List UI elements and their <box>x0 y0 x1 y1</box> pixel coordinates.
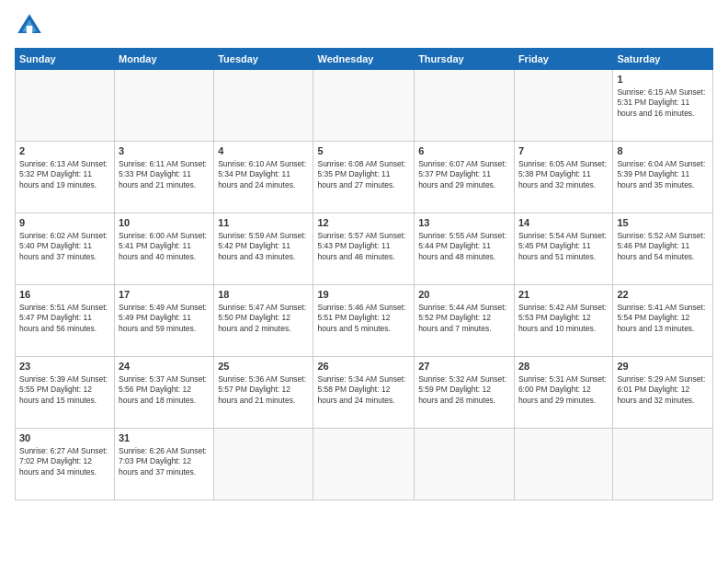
day-number: 27 <box>418 360 510 373</box>
day-cell: 4Sunrise: 6:10 AM Sunset: 5:34 PM Daylig… <box>214 142 313 213</box>
day-cell: 6Sunrise: 6:07 AM Sunset: 5:37 PM Daylig… <box>415 142 515 213</box>
day-cell: 12Sunrise: 5:57 AM Sunset: 5:43 PM Dayli… <box>313 213 415 285</box>
day-info: Sunrise: 5:57 AM Sunset: 5:43 PM Dayligh… <box>317 231 410 262</box>
day-number: 7 <box>518 144 609 158</box>
day-info: Sunrise: 5:31 AM Sunset: 6:00 PM Dayligh… <box>518 374 609 406</box>
day-info: Sunrise: 5:41 AM Sunset: 5:54 PM Dayligh… <box>617 303 709 334</box>
day-number: 10 <box>119 216 210 230</box>
week-row: 9Sunrise: 6:02 AM Sunset: 5:40 PM Daylig… <box>16 213 713 285</box>
day-cell: 11Sunrise: 5:59 AM Sunset: 5:42 PM Dayli… <box>214 213 313 285</box>
day-number: 20 <box>418 288 510 302</box>
day-number: 9 <box>19 216 110 230</box>
calendar: SundayMondayTuesdayWednesdayThursdayFrid… <box>15 48 713 500</box>
day-number: 18 <box>218 288 309 302</box>
day-number: 26 <box>317 360 410 373</box>
day-number: 23 <box>19 360 110 373</box>
day-cell: 25Sunrise: 5:36 AM Sunset: 5:57 PM Dayli… <box>214 357 313 429</box>
day-cell: 3Sunrise: 6:11 AM Sunset: 5:33 PM Daylig… <box>115 142 214 213</box>
day-info: Sunrise: 6:04 AM Sunset: 5:39 PM Dayligh… <box>617 159 709 190</box>
day-cell: 13Sunrise: 5:55 AM Sunset: 5:44 PM Dayli… <box>415 213 515 285</box>
day-cell: 18Sunrise: 5:47 AM Sunset: 5:50 PM Dayli… <box>214 285 313 357</box>
day-cell <box>115 70 214 142</box>
day-number: 17 <box>119 288 210 302</box>
day-cell <box>514 429 612 500</box>
calendar-header: SundayMondayTuesdayWednesdayThursdayFrid… <box>16 49 713 70</box>
day-number: 12 <box>317 216 410 230</box>
day-cell: 23Sunrise: 5:39 AM Sunset: 5:55 PM Dayli… <box>16 357 115 429</box>
day-number: 31 <box>119 431 210 445</box>
page: SundayMondayTuesdayWednesdayThursdayFrid… <box>0 0 728 563</box>
day-info: Sunrise: 5:54 AM Sunset: 5:45 PM Dayligh… <box>518 231 609 262</box>
day-cell: 19Sunrise: 5:46 AM Sunset: 5:51 PM Dayli… <box>313 285 415 357</box>
day-cell <box>415 70 515 142</box>
day-number: 16 <box>19 288 110 302</box>
day-number: 2 <box>19 144 110 158</box>
day-info: Sunrise: 6:26 AM Sunset: 7:03 PM Dayligh… <box>119 446 210 477</box>
week-row: 23Sunrise: 5:39 AM Sunset: 5:55 PM Dayli… <box>16 357 713 429</box>
day-cell <box>415 429 515 500</box>
day-number: 13 <box>418 216 510 230</box>
day-info: Sunrise: 6:15 AM Sunset: 5:31 PM Dayligh… <box>617 87 709 119</box>
day-info: Sunrise: 5:55 AM Sunset: 5:44 PM Dayligh… <box>418 231 510 262</box>
day-cell <box>214 429 313 500</box>
weekday-header-sunday: Sunday <box>16 49 115 70</box>
day-info: Sunrise: 5:52 AM Sunset: 5:46 PM Dayligh… <box>617 231 709 262</box>
logo-icon <box>15 11 44 40</box>
day-cell <box>313 429 415 500</box>
svg-rect-2 <box>27 26 32 33</box>
day-number: 5 <box>317 144 410 158</box>
day-cell: 2Sunrise: 6:13 AM Sunset: 5:32 PM Daylig… <box>16 142 115 213</box>
day-info: Sunrise: 6:05 AM Sunset: 5:38 PM Dayligh… <box>518 159 609 190</box>
day-info: Sunrise: 6:10 AM Sunset: 5:34 PM Dayligh… <box>218 159 309 190</box>
day-cell: 31Sunrise: 6:26 AM Sunset: 7:03 PM Dayli… <box>115 429 214 500</box>
day-info: Sunrise: 5:59 AM Sunset: 5:42 PM Dayligh… <box>218 231 309 262</box>
day-cell: 26Sunrise: 5:34 AM Sunset: 5:58 PM Dayli… <box>313 357 415 429</box>
day-cell <box>514 70 612 142</box>
day-cell: 16Sunrise: 5:51 AM Sunset: 5:47 PM Dayli… <box>16 285 115 357</box>
day-cell: 9Sunrise: 6:02 AM Sunset: 5:40 PM Daylig… <box>16 213 115 285</box>
day-info: Sunrise: 6:02 AM Sunset: 5:40 PM Dayligh… <box>19 231 110 262</box>
day-number: 29 <box>617 360 709 373</box>
day-cell: 24Sunrise: 5:37 AM Sunset: 5:56 PM Dayli… <box>115 357 214 429</box>
weekday-row: SundayMondayTuesdayWednesdayThursdayFrid… <box>16 49 713 70</box>
day-number: 8 <box>617 144 709 158</box>
day-cell: 7Sunrise: 6:05 AM Sunset: 5:38 PM Daylig… <box>514 142 612 213</box>
day-number: 19 <box>317 288 410 302</box>
day-info: Sunrise: 6:11 AM Sunset: 5:33 PM Dayligh… <box>119 159 210 190</box>
day-number: 22 <box>617 288 709 302</box>
day-cell: 8Sunrise: 6:04 AM Sunset: 5:39 PM Daylig… <box>613 142 713 213</box>
day-cell: 27Sunrise: 5:32 AM Sunset: 5:59 PM Dayli… <box>415 357 515 429</box>
day-number: 21 <box>518 288 609 302</box>
week-row: 1Sunrise: 6:15 AM Sunset: 5:31 PM Daylig… <box>16 70 713 142</box>
day-number: 6 <box>418 144 510 158</box>
day-info: Sunrise: 6:07 AM Sunset: 5:37 PM Dayligh… <box>418 159 510 190</box>
day-cell: 22Sunrise: 5:41 AM Sunset: 5:54 PM Dayli… <box>613 285 713 357</box>
day-info: Sunrise: 5:47 AM Sunset: 5:50 PM Dayligh… <box>218 303 309 334</box>
day-cell: 14Sunrise: 5:54 AM Sunset: 5:45 PM Dayli… <box>514 213 612 285</box>
day-cell: 29Sunrise: 5:29 AM Sunset: 6:01 PM Dayli… <box>613 357 713 429</box>
day-info: Sunrise: 6:13 AM Sunset: 5:32 PM Dayligh… <box>19 159 110 190</box>
weekday-header-saturday: Saturday <box>613 49 713 70</box>
week-row: 2Sunrise: 6:13 AM Sunset: 5:32 PM Daylig… <box>16 142 713 213</box>
logo <box>15 11 48 40</box>
day-number: 3 <box>119 144 210 158</box>
day-cell <box>313 70 415 142</box>
day-number: 11 <box>218 216 309 230</box>
day-number: 4 <box>218 144 309 158</box>
day-info: Sunrise: 5:36 AM Sunset: 5:57 PM Dayligh… <box>218 374 309 406</box>
day-info: Sunrise: 6:00 AM Sunset: 5:41 PM Dayligh… <box>119 231 210 262</box>
day-info: Sunrise: 5:51 AM Sunset: 5:47 PM Dayligh… <box>19 303 110 334</box>
day-info: Sunrise: 5:29 AM Sunset: 6:01 PM Dayligh… <box>617 374 709 406</box>
calendar-body: 1Sunrise: 6:15 AM Sunset: 5:31 PM Daylig… <box>16 70 713 500</box>
day-cell <box>214 70 313 142</box>
day-info: Sunrise: 5:39 AM Sunset: 5:55 PM Dayligh… <box>19 374 110 406</box>
day-number: 15 <box>617 216 709 230</box>
day-cell: 15Sunrise: 5:52 AM Sunset: 5:46 PM Dayli… <box>613 213 713 285</box>
header <box>15 11 713 40</box>
day-cell: 20Sunrise: 5:44 AM Sunset: 5:52 PM Dayli… <box>415 285 515 357</box>
day-info: Sunrise: 6:27 AM Sunset: 7:02 PM Dayligh… <box>19 446 110 477</box>
weekday-header-thursday: Thursday <box>415 49 515 70</box>
day-number: 28 <box>518 360 609 373</box>
day-cell: 10Sunrise: 6:00 AM Sunset: 5:41 PM Dayli… <box>115 213 214 285</box>
day-info: Sunrise: 5:32 AM Sunset: 5:59 PM Dayligh… <box>418 374 510 406</box>
